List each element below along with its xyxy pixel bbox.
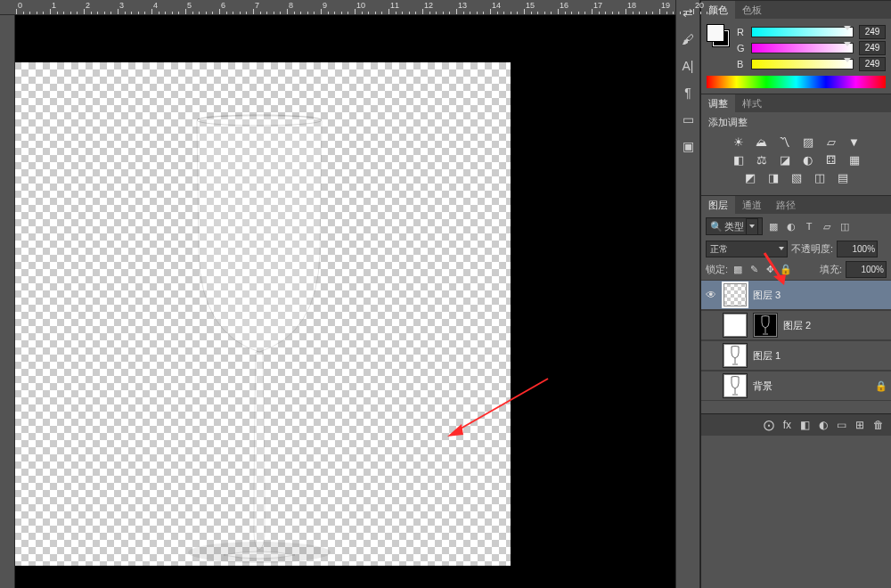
layer-name[interactable]: 背景 [753,380,772,393]
fill-label: 填充: [820,263,842,276]
blend-mode-select[interactable]: 正常 [706,241,788,257]
filter-smart-icon[interactable]: ◫ [838,219,852,233]
filter-type-icon[interactable]: T [802,219,816,233]
new-fill-icon[interactable]: ◐ [819,419,828,431]
levels-icon[interactable]: ⛰ [755,135,769,149]
vertical-ruler [0,0,15,588]
tab-swatches[interactable]: 色板 [735,1,769,19]
brightness-icon[interactable]: ☀ [732,135,746,149]
layers-footer: ⨀ fx ◧ ◐ ▭ ⊞ 🗑 [701,413,891,436]
transparency-grid [7,62,511,566]
tab-channels[interactable]: 通道 [735,196,769,214]
b-label: B [737,59,746,69]
layer-thumbnail[interactable] [723,373,748,398]
filter-shape-icon[interactable]: ▱ [820,219,834,233]
hue-icon[interactable]: ▼ [847,135,862,149]
fg-color-swatch[interactable] [707,24,724,42]
lock-transparency-icon[interactable]: ▩ [732,264,744,275]
add-adjustment-label: 添加调整 [708,116,884,129]
brushes-icon[interactable]: 🖌 [679,30,697,48]
channel-mixer-icon[interactable]: ◐ [801,152,815,167]
paragraph-icon[interactable]: ¶ [679,84,697,102]
tab-styles[interactable]: 样式 [735,94,769,112]
layer-row[interactable]: 图层 2 [701,310,891,340]
visibility-toggle[interactable] [705,380,717,392]
layer-name[interactable]: 图层 3 [753,289,781,302]
layer-thumbnail[interactable] [723,313,748,338]
filter-type-label: 类型 [724,220,744,233]
fg-bg-swatch[interactable] [707,24,730,47]
threshold-icon[interactable]: ▧ [789,170,804,184]
filter-type-combo[interactable]: 🔍 类型 [706,217,763,235]
opacity-value[interactable]: 100% [837,241,878,257]
fx-icon[interactable]: fx [783,419,791,431]
lock-position-icon[interactable]: ✥ [764,264,776,275]
layer-mask-thumbnail[interactable] [753,313,778,338]
layer-thumbnail[interactable] [723,343,748,368]
lock-paint-icon[interactable]: ✎ [748,264,760,275]
filter-adjust-icon[interactable]: ◐ [784,219,798,233]
visibility-toggle[interactable] [705,319,717,331]
adjustments-panel: 调整 样式 添加调整 ☀ ⛰ 〽 ▨ ▱ ▼ ◧ ⚖ ◪ ◐ ⚃ ▦ ◩ ◨ ▧… [701,94,891,195]
layer-row[interactable]: 👁图层 3 [701,280,891,310]
tab-layers[interactable]: 图层 [701,196,735,214]
layer-thumbnail[interactable] [723,282,748,307]
vibrance-icon[interactable]: ▱ [824,135,838,149]
character-icon[interactable]: A| [679,57,697,75]
tab-adjustments[interactable]: 调整 [701,94,735,112]
swap-panels-icon[interactable]: ⇄ [679,4,697,21]
lock-label: 锁定: [706,263,728,276]
app-root: 01234567891011121314151617181920 ⇄ 🖌 A| … [0,0,891,588]
balance-icon[interactable]: ⚖ [755,152,769,167]
layers-icon[interactable]: ▣ [679,137,697,155]
r-label: R [737,27,746,37]
g-value[interactable]: 249 [859,41,886,55]
layer-name[interactable]: 图层 1 [753,349,781,363]
gradient-map-icon[interactable]: ◫ [813,170,827,184]
photo-filter-icon[interactable]: ◪ [778,152,792,167]
r-value[interactable]: 249 [859,25,886,39]
layer-row[interactable]: 图层 1 [701,340,891,371]
grid-icon[interactable]: ▦ [847,152,862,167]
g-label: G [737,43,746,53]
visibility-toggle[interactable] [705,349,717,362]
lookup-icon[interactable]: ⚃ [824,152,838,167]
layer-name[interactable]: 图层 2 [783,319,811,332]
b-slider[interactable] [751,59,854,69]
document-canvas[interactable] [7,62,511,566]
link-layers-icon[interactable]: ⨀ [764,419,774,431]
curves-icon[interactable]: 〽 [778,135,792,149]
b-value[interactable]: 249 [859,57,886,71]
lock-all-icon[interactable]: 🔒 [780,264,792,275]
exposure-icon[interactable]: ▨ [801,135,815,149]
fill-value[interactable]: 100% [846,261,887,278]
spectrum-bar[interactable] [707,76,886,88]
tab-paths[interactable]: 路径 [769,196,803,214]
r-slider[interactable] [751,27,854,37]
options-strip: ⇄ 🖌 A| ¶ ▭ ▣ [675,0,700,588]
selective-icon[interactable]: ▤ [836,170,850,184]
add-mask-icon[interactable]: ◧ [800,419,810,431]
horizontal-ruler: 01234567891011121314151617181920 [0,0,675,15]
filter-image-icon[interactable]: ▩ [766,219,781,233]
canvas-area: 01234567891011121314151617181920 [0,0,675,588]
color-panel: 颜色 色板 R 249 G 249 B 249 [701,0,891,94]
opacity-label: 不透明度: [791,242,833,256]
trash-icon[interactable]: 🗑 [873,419,884,431]
visibility-toggle[interactable]: 👁 [705,289,717,301]
new-layer-icon[interactable]: ⊞ [855,419,864,431]
search-icon: 🔍 [710,221,723,233]
properties-icon[interactable]: ▭ [679,110,697,128]
layer-list: 👁图层 3图层 2图层 1背景🔒 [701,280,891,413]
layer-row[interactable]: 背景🔒 [701,371,891,401]
lock-icon: 🔒 [875,380,887,392]
tab-color[interactable]: 颜色 [701,1,735,19]
bw-icon[interactable]: ◧ [732,152,746,167]
right-panels: 颜色 色板 R 249 G 249 B 249 调整 样式 [700,0,891,588]
posterize-icon[interactable]: ◨ [766,170,781,184]
invert-icon[interactable]: ◩ [743,170,757,184]
new-group-icon[interactable]: ▭ [837,419,846,431]
g-slider[interactable] [751,43,854,53]
layers-panel: 图层 通道 路径 🔍 类型 ▩ ◐ T ▱ ◫ 正常 不透明度: 100% 锁定… [701,195,891,588]
